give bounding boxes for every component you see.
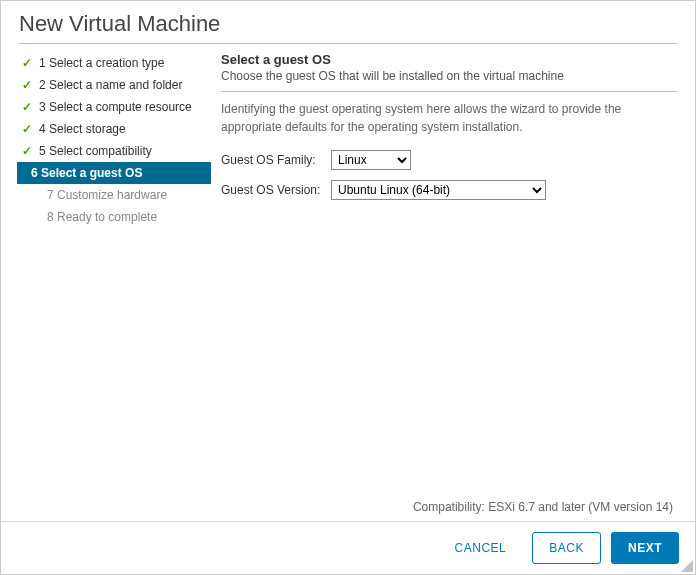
step-label: 1 Select a creation type	[39, 56, 164, 70]
checkmark-icon: ✓	[21, 123, 33, 135]
dialog-footer: CANCEL BACK NEXT	[1, 521, 695, 574]
dialog-content: ✓ 1 Select a creation type ✓ 2 Select a …	[1, 44, 695, 521]
field-label: Guest OS Family:	[221, 153, 331, 167]
wizard-sidebar: ✓ 1 Select a creation type ✓ 2 Select a …	[1, 44, 211, 521]
sidebar-step-compute-resource[interactable]: ✓ 3 Select a compute resource	[1, 96, 211, 118]
step-label: 4 Select storage	[39, 122, 126, 136]
checkmark-icon: ✓	[21, 145, 33, 157]
main-panel: Select a guest OS Choose the guest OS th…	[211, 44, 695, 521]
guest-os-family-select[interactable]: Linux	[331, 150, 411, 170]
dialog-title: New Virtual Machine	[1, 1, 695, 43]
step-label: 5 Select compatibility	[39, 144, 152, 158]
resize-grip-icon[interactable]	[681, 560, 693, 572]
sidebar-step-ready-complete: 8 Ready to complete	[1, 206, 211, 228]
field-guest-os-version: Guest OS Version: Ubuntu Linux (64-bit)	[221, 180, 677, 200]
field-guest-os-family: Guest OS Family: Linux	[221, 150, 677, 170]
sidebar-step-storage[interactable]: ✓ 4 Select storage	[1, 118, 211, 140]
panel-subtitle: Choose the guest OS that will be install…	[221, 69, 677, 83]
step-label: 2 Select a name and folder	[39, 78, 182, 92]
sidebar-step-guest-os[interactable]: 6 Select a guest OS	[17, 162, 211, 184]
checkmark-icon: ✓	[21, 57, 33, 69]
guest-os-version-select[interactable]: Ubuntu Linux (64-bit)	[331, 180, 546, 200]
step-label: 8 Ready to complete	[47, 210, 157, 224]
panel-description: Identifying the guest operating system h…	[221, 100, 677, 136]
sidebar-step-creation-type[interactable]: ✓ 1 Select a creation type	[1, 52, 211, 74]
sidebar-step-name-folder[interactable]: ✓ 2 Select a name and folder	[1, 74, 211, 96]
back-button[interactable]: BACK	[532, 532, 601, 564]
checkmark-icon: ✓	[21, 79, 33, 91]
divider	[221, 91, 677, 92]
compatibility-text: Compatibility: ESXi 6.7 and later (VM ve…	[413, 500, 673, 514]
step-label: 6 Select a guest OS	[31, 166, 142, 180]
step-label: 3 Select a compute resource	[39, 100, 192, 114]
cancel-button[interactable]: CANCEL	[439, 532, 523, 564]
next-button[interactable]: NEXT	[611, 532, 679, 564]
field-label: Guest OS Version:	[221, 183, 331, 197]
sidebar-step-compatibility[interactable]: ✓ 5 Select compatibility	[1, 140, 211, 162]
panel-title: Select a guest OS	[221, 52, 677, 67]
step-label: 7 Customize hardware	[47, 188, 167, 202]
sidebar-step-customize-hardware: 7 Customize hardware	[1, 184, 211, 206]
checkmark-icon: ✓	[21, 101, 33, 113]
new-vm-dialog: New Virtual Machine ✓ 1 Select a creatio…	[0, 0, 696, 575]
